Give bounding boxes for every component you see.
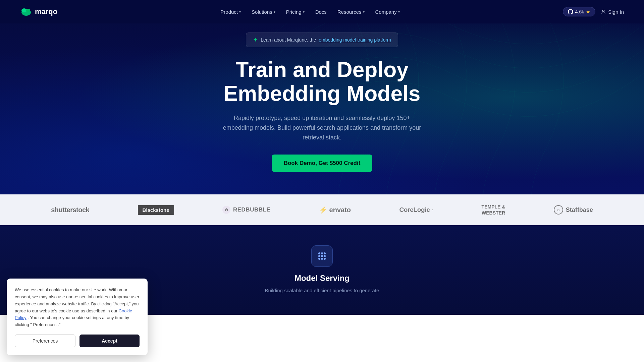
logos-bar: shutterstock Blackstone ⊙ REDBUBBLE ⚡ en… (0, 194, 644, 225)
svg-point-1 (21, 8, 27, 12)
navbar: marqo Product ▾ Solutions ▾ Pricing ▾ Do… (0, 0, 644, 23)
chevron-down-icon: ▾ (239, 10, 241, 14)
nav-product[interactable]: Product ▾ (220, 9, 241, 15)
svg-point-8 (321, 255, 323, 257)
hero-subtitle: Rapidly prototype, speed up iteration an… (221, 113, 423, 142)
cta-button[interactable]: Book Demo, Get $500 Credit (272, 155, 373, 172)
star-icon: ★ (586, 9, 590, 14)
svg-point-4 (318, 252, 320, 254)
nav-resources[interactable]: Resources ▾ (337, 9, 365, 15)
svg-point-11 (321, 258, 323, 260)
cookie-banner: We use essential cookies to make our sit… (7, 279, 148, 315)
svg-point-5 (321, 252, 323, 254)
logo-corelogic: CoreLogic· (399, 206, 433, 214)
nav-solutions[interactable]: Solutions ▾ (252, 9, 275, 15)
nav-pricing[interactable]: Pricing ▾ (286, 9, 305, 15)
svg-point-12 (324, 258, 326, 260)
model-serving-icon (311, 245, 333, 267)
github-stars-badge[interactable]: 4.6k ★ (563, 7, 595, 16)
chevron-down-icon: ▾ (274, 10, 275, 14)
svg-point-6 (324, 252, 326, 254)
model-serving-card: Model Serving Building scalable and effi… (265, 245, 379, 295)
svg-point-2 (26, 9, 30, 12)
logo[interactable]: marqo (20, 6, 57, 18)
banner-icon: ✦ (253, 36, 258, 44)
svg-point-7 (318, 255, 320, 257)
nav-docs[interactable]: Docs (315, 9, 327, 15)
github-stars-count: 4.6k (575, 9, 584, 14)
logo-redbubble: ⊙ REDBUBBLE (222, 206, 270, 214)
chevron-down-icon: ▾ (303, 10, 305, 14)
cookie-text: We use essential cookies to make our sit… (15, 287, 140, 315)
model-serving-title: Model Serving (265, 274, 379, 283)
hero-announcement-banner: ✦ Learn about Marqtune, the embedding mo… (246, 33, 398, 47)
logo-staffbase: ○ Staffbase (554, 205, 593, 215)
hero-content: ✦ Learn about Marqtune, the embedding mo… (221, 33, 423, 172)
logo-envato: ⚡ envato (319, 206, 351, 214)
logo-blackstone: Blackstone (138, 205, 174, 215)
nav-right: 4.6k ★ Sign In (563, 7, 624, 16)
staffbase-icon: ○ (554, 205, 563, 215)
logo-shutterstock: shutterstock (51, 206, 89, 214)
svg-point-3 (603, 10, 604, 12)
logo-text: marqo (35, 7, 57, 16)
nav-company[interactable]: Company ▾ (375, 9, 400, 15)
redbubble-icon: ⊙ (222, 206, 230, 214)
svg-point-10 (318, 258, 320, 260)
hero-title: Train and Deploy Embedding Models (221, 58, 423, 105)
nav-links: Product ▾ Solutions ▾ Pricing ▾ Docs Res… (220, 9, 399, 15)
hero-section: ✦ Learn about Marqtune, the embedding mo… (0, 0, 644, 194)
svg-point-9 (324, 255, 326, 257)
chevron-down-icon: ▾ (398, 10, 400, 14)
signin-button[interactable]: Sign In (601, 9, 624, 15)
chevron-down-icon: ▾ (363, 10, 365, 14)
banner-link[interactable]: embedding model training platform (319, 37, 391, 43)
logo-temple-webster: TEMPLE & WEBSTER (482, 204, 505, 216)
envato-bolt-icon: ⚡ (319, 206, 327, 214)
model-serving-description: Building scalable and efficient pipeline… (265, 287, 379, 295)
